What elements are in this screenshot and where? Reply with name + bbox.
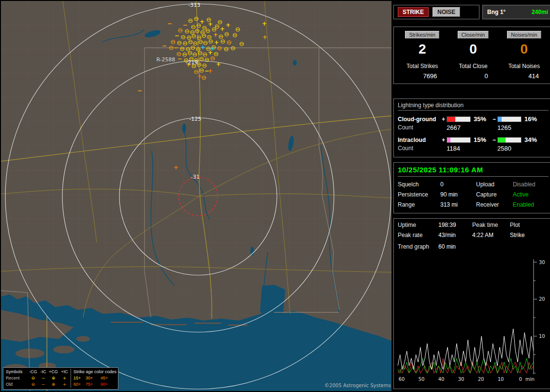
trend-graph: 30 20 10 60 50 40 30 20 10 0 min — [398, 258, 549, 386]
strike-symbol: + — [210, 45, 215, 52]
storm-cell-label: R-2588 — [156, 56, 175, 63]
recent-pos-ic-icon: + — [58, 375, 71, 381]
strike-symbol: ⊖ — [235, 26, 241, 33]
cloud-ground-label: Cloud-ground — [398, 116, 440, 123]
strike-symbol: ⊖ — [202, 74, 207, 81]
recent-neg-ic-icon: − — [38, 375, 48, 381]
bearing-readout: Bng 1° — [487, 9, 506, 15]
copyright-text: ©2005 Astrogenic Systems — [324, 383, 391, 388]
strike-symbol: ⊖ — [217, 18, 223, 26]
age-45: 45+ — [101, 375, 116, 381]
count-label: Count — [398, 145, 447, 152]
intracloud-row: Intracloud + 15% − 34% — [398, 136, 549, 143]
strike-symbol: ⊖ — [224, 30, 230, 38]
age-30: 30+ — [86, 375, 101, 381]
strikes-per-min-header[interactable]: Strikes/min — [405, 31, 439, 39]
ic-plus-bar — [447, 137, 471, 143]
strike-symbol: + — [226, 22, 231, 28]
squelch-value: 0 — [440, 181, 476, 188]
plot-label: Plot — [510, 222, 549, 228]
strike-symbol: ⊖ — [194, 15, 199, 22]
close-per-min-header[interactable]: Close/min — [458, 31, 489, 39]
strike-symbol: − — [137, 87, 142, 94]
stats-box: Uptime 198:39 Peak time Plot Peak rate 4… — [393, 218, 550, 389]
cloud-ground-row: Cloud-ground + 35% − 16% — [398, 115, 549, 123]
intracloud-label: Intracloud — [398, 137, 440, 143]
strikes-per-min-value: 2 — [397, 40, 448, 62]
strike-symbol: + — [262, 20, 267, 27]
old-pos-cg-icon: ⊕ — [48, 381, 58, 388]
strike-symbol: ⊖ — [239, 40, 245, 47]
intracloud-count-row: Count 1184 2580 — [398, 145, 549, 152]
strike-symbol: ⊖ — [231, 44, 236, 52]
status-box: 10/25/2025 11:09:16 AM Squelch 0 Upload … — [393, 162, 550, 213]
age-75: 75+ — [86, 381, 101, 388]
cg-minus-pct: 16% — [522, 115, 542, 123]
strike-symbol: ⊖ — [220, 38, 226, 45]
noise-mode-button[interactable]: NOISE — [433, 7, 460, 17]
y-tick-20: 20 — [539, 296, 545, 302]
cg-minus-bar — [497, 116, 521, 122]
peak-rate-value: 43/min — [438, 232, 472, 238]
cg-plus-pct: 35% — [472, 115, 491, 123]
x-tick-0: 0 — [519, 377, 522, 382]
strike-mode-button[interactable]: STRIKE — [398, 7, 429, 17]
persistence-label: Persistence — [398, 191, 440, 198]
uptime-label: Uptime — [398, 222, 438, 228]
x-tick-30: 30 — [458, 377, 464, 382]
age-15: 15+ — [71, 375, 86, 381]
strike-symbol: + — [213, 31, 218, 38]
legend-age-header: Strike age color codes — [71, 369, 116, 375]
uptime-value: 198:39 — [438, 222, 472, 228]
range-readout: 240mi — [532, 9, 548, 15]
minus-sign: − — [491, 137, 497, 143]
strike-map[interactable]: ⊖⊖+⊖−⊖⊖⊖+⊖⊖⊖⊖⊖⊖⊖⊖⊖++−⊖⊖⊖⊖⊖⊖+⊖⊖⊖⊖⊖⊖⊖⊖⊖⊖⊖+… — [1, 1, 391, 391]
old-neg-cg-icon: ⊖ — [28, 381, 38, 388]
noises-per-min-header[interactable]: Noises/min — [507, 31, 541, 39]
peak-time-label: Peak time — [472, 222, 510, 228]
plus-sign: + — [440, 116, 447, 123]
recent-pos-cg-icon: ⊕ — [48, 375, 58, 381]
x-tick-20: 20 — [478, 377, 484, 382]
ic-plus-count: 1184 — [447, 145, 497, 152]
distribution-title: Lightning type distribution — [398, 102, 549, 111]
legend-col-neg-cg: -CG — [28, 369, 38, 375]
peak-time-value: 4:22 AM — [472, 232, 510, 238]
bearing-range-box: Bng 1° 240mi — [482, 5, 550, 19]
cg-plus-count: 2667 — [447, 124, 497, 131]
strike-symbol: ⊖ — [169, 44, 174, 51]
strike-symbol: − — [167, 20, 172, 27]
range-value: 313 mi — [440, 201, 476, 208]
total-noises-value: 414 — [499, 72, 550, 80]
legend-col-pos-cg: +CG — [48, 369, 58, 375]
total-close-value: 0 — [448, 72, 498, 80]
ring-label-219: -219 — [186, 59, 198, 66]
old-neg-ic-icon: − — [38, 381, 48, 388]
persistence-value: 90 min — [440, 191, 476, 198]
datetime-display: 10/25/2025 11:09:16 AM — [398, 166, 549, 177]
legend-col-pos-ic: +IC — [58, 369, 71, 375]
capture-label: Capture — [476, 191, 513, 198]
total-close-label: Total Close — [448, 63, 498, 71]
strike-symbol: ⊖ — [224, 45, 229, 53]
side-panel: STRIKE NOISE Bng 1° 240mi Strikes/min Cl… — [392, 0, 550, 392]
total-strikes-value: 7696 — [397, 72, 448, 80]
mode-buttons-box: STRIKE NOISE — [393, 5, 479, 19]
receiver-label: Receiver — [476, 201, 513, 208]
rates-box: Strikes/min Close/min Noises/min 2 0 0 T… — [393, 27, 550, 84]
strike-symbol: − — [177, 56, 182, 62]
legend-col-neg-ic: -IC — [38, 369, 48, 375]
ic-minus-bar — [497, 137, 521, 143]
trend-graph-label: Trend graph — [398, 243, 438, 250]
total-strikes-label: Total Strikes — [397, 63, 448, 71]
strike-symbol: + — [262, 34, 267, 41]
map-legend: Symbols -CG -IC +CG +IC Strike age color… — [3, 367, 118, 390]
peak-rate-label: Peak rate — [398, 232, 438, 238]
ic-minus-count: 2580 — [497, 145, 549, 152]
strike-symbol: ⊖ — [210, 55, 216, 62]
count-label: Count — [398, 124, 447, 131]
age-90: 90+ — [101, 381, 116, 388]
upload-status: Disabled — [513, 181, 549, 188]
ring-label-31: -31 — [191, 174, 200, 180]
range-label: Range — [398, 201, 440, 208]
